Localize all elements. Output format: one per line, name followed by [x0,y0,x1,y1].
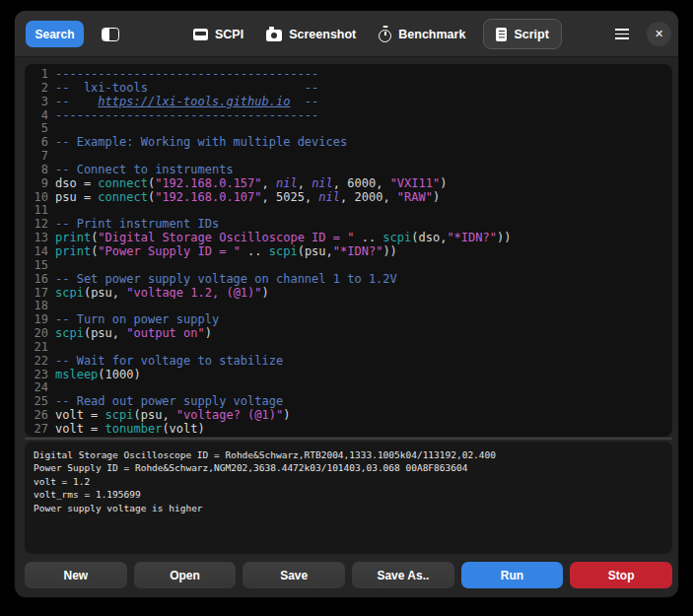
code-text [48,380,672,394]
code-token: (psu, [84,286,126,300]
code-line: 19-- Turn on power supply [25,312,672,326]
sidebar-toggle-button[interactable] [98,24,123,44]
code-text [48,258,672,272]
code-line: 27volt = tonumber(volt) [25,422,672,436]
code-line: 26volt = scpi(psu, "voltage? (@1)") [25,408,672,422]
document-icon [496,28,507,41]
sidebar-toggle-icon [102,28,119,41]
line-number: 11 [25,203,48,217]
line-number: 14 [25,244,48,258]
menu-button[interactable] [608,24,636,44]
code-token: "RAW" [397,190,433,204]
code-token: ) [440,176,447,190]
code-text: -- Example: Working with multiple device… [48,135,672,149]
code-token: -- [290,95,318,108]
code-text: -- Connect to instruments [48,163,672,176]
code-text: volt = tonumber(volt) [48,422,672,436]
code-token: "192.168.0.157" [155,176,261,190]
code-token: "voltage? (@1)" [176,408,283,422]
code-token: tonumber [105,422,163,436]
code-token: scpi [382,231,411,244]
code-token: , 5025, [262,190,319,204]
code-line: 5 [25,121,672,135]
line-number: 19 [25,312,48,326]
code-token: -- [55,95,98,108]
code-token: )) [382,244,396,258]
line-number: 27 [25,422,48,436]
line-number: 2 [25,81,48,95]
code-text: -- Wait for voltage to stabilize [48,354,672,368]
code-line: 2-- lxi-tools -- [25,81,672,95]
code-line: 12-- Print instrument IDs [25,217,672,231]
stopwatch-icon [379,30,391,42]
tab-scpi[interactable]: SCPI [188,19,248,49]
code-line: 18 [25,299,672,312]
save-as-button[interactable]: Save As.. [352,562,454,588]
code-token: , [298,176,312,190]
open-button[interactable]: Open [134,562,237,588]
pane-separator[interactable] [25,438,672,440]
close-button[interactable]: ✕ [647,22,671,46]
save-button[interactable]: Save [243,562,345,588]
stop-button[interactable]: Stop [570,562,672,588]
code-text: ------------------------------------- [48,67,672,81]
code-token: "output on" [126,326,204,340]
console-line: Power Supply ID = Rohde&Schwarz,NGM202,3… [34,461,663,474]
line-number: 20 [25,326,48,340]
code-token: "voltage 1.2, (@1)" [126,286,261,300]
line-number: 10 [25,190,48,204]
line-number: 25 [25,394,48,408]
line-number: 5 [25,121,48,135]
code-text: print("Power Supply ID = " .. scpi(psu,"… [48,244,672,258]
tab-screenshot[interactable]: Screenshot [261,19,361,49]
code-text: -- Read out power supply voltage [48,394,672,408]
code-token: .. [354,231,382,244]
code-line: 17scpi(psu, "voltage 1.2, (@1)") [25,286,672,300]
code-text: volt = scpi(psu, "voltage? (@1)") [48,408,672,422]
line-number: 9 [25,176,48,190]
code-token: scpi [105,408,134,422]
script-editor[interactable]: 1-------------------------------------2-… [25,64,672,437]
run-button[interactable]: Run [461,562,564,588]
line-number: 8 [25,163,48,176]
code-token: , [262,176,276,190]
new-button[interactable]: New [25,562,127,588]
code-token: -- lxi-tools -- [55,81,318,95]
code-text [48,299,672,312]
code-token: "Power Supply ID = " [98,244,241,258]
code-text: -- lxi-tools -- [48,81,672,95]
code-token: ------------------------------------- [55,67,318,81]
code-line: 7 [25,149,672,163]
tab-benchmark[interactable]: Benchmark [374,19,470,49]
code-token: nil [312,176,333,190]
line-number: 23 [25,368,48,381]
tab-label: Benchmark [398,28,465,41]
code-line: 4------------------------------------- [25,108,672,122]
code-token: -- Read out power supply voltage [55,394,283,408]
code-text: ------------------------------------- [48,108,672,122]
code-text: -- Set power supply voltage on channel 1… [48,272,672,286]
code-line: 25-- Read out power supply voltage [25,394,672,408]
code-line: 13print("Digital Storage Oscilloscope ID… [25,231,672,244]
tab-script[interactable]: Script [483,19,561,49]
instrument-icon [193,29,208,40]
code-token: psu = [55,190,98,204]
code-line: 1------------------------------------- [25,67,672,81]
code-token: (psu, [133,408,175,422]
line-number: 26 [25,408,48,422]
code-text: scpi(psu, "output on") [48,326,672,340]
code-line: 8-- Connect to instruments [25,163,672,176]
search-button[interactable]: Search [26,21,84,47]
code-token: ------------------------------------- [55,108,318,122]
code-token: "VXI11" [390,176,441,190]
code-line: 22-- Wait for voltage to stabilize [25,354,672,368]
code-token: .. [241,244,269,258]
code-token: connect [98,190,148,204]
code-token: -- Connect to instruments [55,163,234,176]
code-token: scpi [55,286,84,300]
code-token: volt = [55,422,105,436]
code-line: 9dso = connect("192.168.0.157", nil, nil… [25,176,672,190]
code-token: ) [262,286,269,300]
lxi-gui-window: Search SCPIScreenshotBenchmarkScript ✕ 1… [14,10,679,598]
code-token: , 6000, [333,176,390,190]
